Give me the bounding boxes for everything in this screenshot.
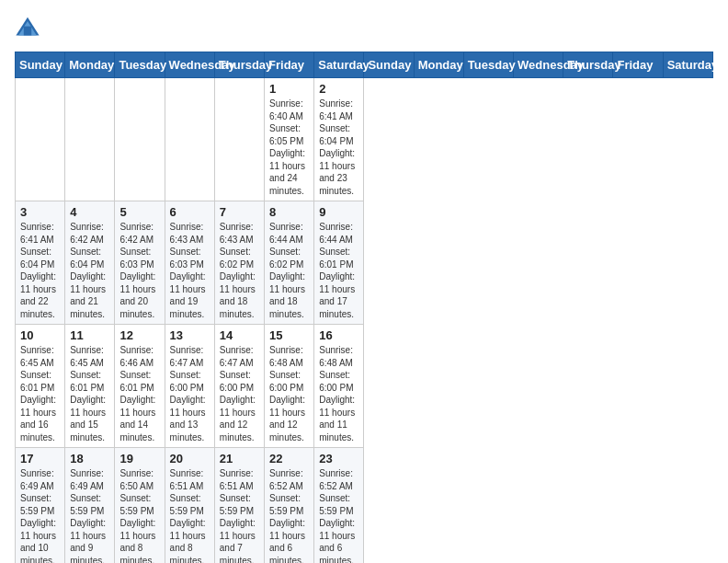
day-info: Sunrise: 6:47 AM Sunset: 6:00 PM Dayligh… — [170, 344, 210, 443]
day-info: Sunrise: 6:41 AM Sunset: 6:04 PM Dayligh… — [319, 98, 358, 197]
day-info: Sunrise: 6:48 AM Sunset: 6:00 PM Dayligh… — [319, 344, 358, 443]
day-number: 3 — [20, 205, 60, 219]
calendar-week-row: 3Sunrise: 6:41 AM Sunset: 6:04 PM Daylig… — [16, 201, 713, 325]
day-info: Sunrise: 6:52 AM Sunset: 5:59 PM Dayligh… — [319, 467, 358, 563]
day-number: 8 — [269, 205, 309, 219]
calendar-empty-cell — [65, 78, 115, 201]
weekday-header-friday: Friday — [265, 52, 314, 78]
day-number: 1 — [269, 82, 309, 96]
weekday-header-wednesday: Wednesday — [165, 52, 214, 78]
day-info: Sunrise: 6:42 AM Sunset: 6:03 PM Dayligh… — [119, 221, 159, 320]
calendar-day-8: 8Sunrise: 6:44 AM Sunset: 6:02 PM Daylig… — [265, 201, 314, 325]
calendar-day-1: 1Sunrise: 6:40 AM Sunset: 6:05 PM Daylig… — [265, 78, 314, 201]
weekday-header-tuesday: Tuesday — [463, 52, 513, 78]
calendar-week-row: 10Sunrise: 6:45 AM Sunset: 6:01 PM Dayli… — [16, 325, 713, 448]
calendar-day-12: 12Sunrise: 6:46 AM Sunset: 6:01 PM Dayli… — [115, 325, 165, 448]
day-number: 5 — [119, 205, 159, 219]
header — [15, 15, 713, 40]
calendar-day-11: 11Sunrise: 6:45 AM Sunset: 6:01 PM Dayli… — [65, 325, 115, 448]
weekday-header-sunday: Sunday — [364, 52, 414, 78]
day-number: 14 — [220, 328, 259, 342]
day-number: 9 — [319, 205, 358, 219]
weekday-header-monday: Monday — [65, 52, 115, 78]
calendar-day-15: 15Sunrise: 6:48 AM Sunset: 6:00 PM Dayli… — [265, 325, 314, 448]
day-number: 11 — [70, 328, 109, 342]
calendar-day-5: 5Sunrise: 6:42 AM Sunset: 6:03 PM Daylig… — [115, 201, 165, 325]
day-number: 17 — [20, 452, 60, 465]
calendar-empty-cell — [16, 78, 65, 201]
day-number: 21 — [220, 452, 259, 465]
svg-rect-2 — [24, 27, 31, 36]
calendar-day-18: 18Sunrise: 6:49 AM Sunset: 5:59 PM Dayli… — [65, 448, 115, 564]
day-number: 2 — [319, 82, 358, 96]
calendar-header-row: SundayMondayTuesdayWednesdayThursdayFrid… — [16, 52, 713, 78]
logo-icon — [15, 15, 40, 40]
calendar-day-3: 3Sunrise: 6:41 AM Sunset: 6:04 PM Daylig… — [16, 201, 65, 325]
day-number: 13 — [170, 328, 210, 342]
calendar-week-row: 17Sunrise: 6:49 AM Sunset: 5:59 PM Dayli… — [16, 448, 713, 564]
day-number: 22 — [269, 452, 309, 465]
day-number: 4 — [70, 205, 109, 219]
calendar-empty-cell — [214, 78, 264, 201]
day-info: Sunrise: 6:40 AM Sunset: 6:05 PM Dayligh… — [269, 98, 309, 197]
day-info: Sunrise: 6:45 AM Sunset: 6:01 PM Dayligh… — [20, 344, 60, 443]
calendar-day-20: 20Sunrise: 6:51 AM Sunset: 5:59 PM Dayli… — [165, 448, 214, 564]
calendar-empty-cell — [115, 78, 165, 201]
day-info: Sunrise: 6:47 AM Sunset: 6:00 PM Dayligh… — [220, 344, 259, 443]
calendar-day-7: 7Sunrise: 6:43 AM Sunset: 6:02 PM Daylig… — [214, 201, 264, 325]
day-info: Sunrise: 6:41 AM Sunset: 6:04 PM Dayligh… — [20, 221, 60, 320]
day-info: Sunrise: 6:50 AM Sunset: 5:59 PM Dayligh… — [119, 467, 159, 563]
day-info: Sunrise: 6:44 AM Sunset: 6:01 PM Dayligh… — [319, 221, 358, 320]
day-info: Sunrise: 6:43 AM Sunset: 6:02 PM Dayligh… — [220, 221, 259, 320]
weekday-header-friday: Friday — [613, 52, 663, 78]
calendar-day-6: 6Sunrise: 6:43 AM Sunset: 6:03 PM Daylig… — [165, 201, 214, 325]
day-info: Sunrise: 6:45 AM Sunset: 6:01 PM Dayligh… — [70, 344, 109, 443]
day-info: Sunrise: 6:51 AM Sunset: 5:59 PM Dayligh… — [170, 467, 210, 563]
day-info: Sunrise: 6:49 AM Sunset: 5:59 PM Dayligh… — [20, 467, 60, 563]
day-info: Sunrise: 6:43 AM Sunset: 6:03 PM Dayligh… — [170, 221, 210, 320]
calendar-day-23: 23Sunrise: 6:52 AM Sunset: 5:59 PM Dayli… — [314, 448, 364, 564]
weekday-header-tuesday: Tuesday — [115, 52, 165, 78]
calendar-day-4: 4Sunrise: 6:42 AM Sunset: 6:04 PM Daylig… — [65, 201, 115, 325]
weekday-header-monday: Monday — [414, 52, 463, 78]
calendar-day-9: 9Sunrise: 6:44 AM Sunset: 6:01 PM Daylig… — [314, 201, 364, 325]
day-info: Sunrise: 6:48 AM Sunset: 6:00 PM Dayligh… — [269, 344, 309, 443]
day-number: 19 — [119, 452, 159, 465]
calendar-day-10: 10Sunrise: 6:45 AM Sunset: 6:01 PM Dayli… — [16, 325, 65, 448]
weekday-header-thursday: Thursday — [563, 52, 613, 78]
day-number: 23 — [319, 452, 358, 465]
calendar-day-13: 13Sunrise: 6:47 AM Sunset: 6:00 PM Dayli… — [165, 325, 214, 448]
day-number: 10 — [20, 328, 60, 342]
day-info: Sunrise: 6:46 AM Sunset: 6:01 PM Dayligh… — [119, 344, 159, 443]
calendar-day-2: 2Sunrise: 6:41 AM Sunset: 6:04 PM Daylig… — [314, 78, 364, 201]
calendar-day-19: 19Sunrise: 6:50 AM Sunset: 5:59 PM Dayli… — [115, 448, 165, 564]
day-number: 6 — [170, 205, 210, 219]
day-info: Sunrise: 6:51 AM Sunset: 5:59 PM Dayligh… — [220, 467, 259, 563]
day-info: Sunrise: 6:52 AM Sunset: 5:59 PM Dayligh… — [269, 467, 309, 563]
weekday-header-sunday: Sunday — [16, 52, 65, 78]
calendar-empty-cell — [165, 78, 214, 201]
day-info: Sunrise: 6:42 AM Sunset: 6:04 PM Dayligh… — [70, 221, 109, 320]
day-number: 16 — [319, 328, 358, 342]
calendar-day-14: 14Sunrise: 6:47 AM Sunset: 6:00 PM Dayli… — [214, 325, 264, 448]
calendar-day-16: 16Sunrise: 6:48 AM Sunset: 6:00 PM Dayli… — [314, 325, 364, 448]
weekday-header-wednesday: Wednesday — [514, 52, 563, 78]
weekday-header-thursday: Thursday — [214, 52, 264, 78]
calendar-day-21: 21Sunrise: 6:51 AM Sunset: 5:59 PM Dayli… — [214, 448, 264, 564]
weekday-header-saturday: Saturday — [314, 52, 364, 78]
day-number: 18 — [70, 452, 109, 465]
day-number: 7 — [220, 205, 259, 219]
day-number: 20 — [170, 452, 210, 465]
day-info: Sunrise: 6:49 AM Sunset: 5:59 PM Dayligh… — [70, 467, 109, 563]
day-number: 15 — [269, 328, 309, 342]
calendar-week-row: 1Sunrise: 6:40 AM Sunset: 6:05 PM Daylig… — [16, 78, 713, 201]
weekday-header-saturday: Saturday — [663, 52, 712, 78]
calendar-table: SundayMondayTuesdayWednesdayThursdayFrid… — [15, 52, 713, 563]
day-number: 12 — [119, 328, 159, 342]
calendar-day-17: 17Sunrise: 6:49 AM Sunset: 5:59 PM Dayli… — [16, 448, 65, 564]
calendar-day-22: 22Sunrise: 6:52 AM Sunset: 5:59 PM Dayli… — [265, 448, 314, 564]
day-info: Sunrise: 6:44 AM Sunset: 6:02 PM Dayligh… — [269, 221, 309, 320]
logo — [15, 15, 44, 40]
